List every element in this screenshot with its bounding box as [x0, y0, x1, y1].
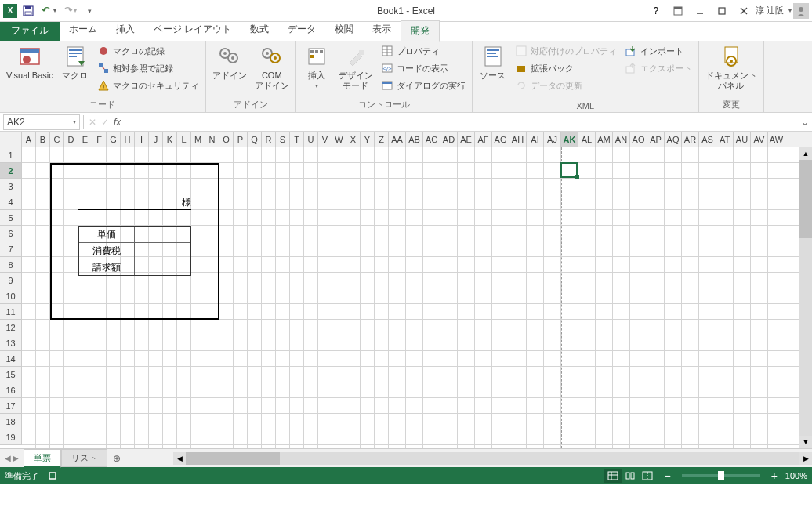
row-header-19[interactable]: 19	[0, 429, 22, 445]
col-header-AR[interactable]: AR	[682, 132, 699, 147]
tab-file[interactable]: ファイル	[0, 21, 60, 41]
col-header-K[interactable]: K	[163, 132, 177, 147]
col-header-AE[interactable]: AE	[458, 132, 475, 147]
col-header-H[interactable]: H	[121, 132, 135, 147]
col-header-AD[interactable]: AD	[440, 132, 458, 147]
col-header-J[interactable]: J	[149, 132, 163, 147]
sheet-tab-tanhy[interactable]: 単票	[24, 449, 61, 468]
import-button[interactable]: インポート	[622, 42, 695, 60]
close-button[interactable]	[734, 3, 754, 19]
design-mode-button[interactable]: デザイン モード	[335, 42, 376, 92]
row-header-10[interactable]: 10	[0, 288, 22, 304]
tab-pagelayout[interactable]: ページ レイアウト	[144, 20, 241, 41]
ribbon-display-options[interactable]	[668, 3, 688, 19]
insert-control-button[interactable]: 挿入 ▾	[299, 42, 334, 91]
record-macro-button[interactable]: マクロの記録	[94, 42, 202, 60]
col-header-I[interactable]: I	[135, 132, 149, 147]
relative-references-button[interactable]: 相対参照で記録	[94, 60, 202, 77]
col-header-R[interactable]: R	[262, 132, 276, 147]
formula-input[interactable]	[125, 114, 798, 130]
col-header-Z[interactable]: Z	[375, 132, 389, 147]
row-header-16[interactable]: 16	[0, 382, 22, 398]
row-header-12[interactable]: 12	[0, 320, 22, 335]
zoom-in-button[interactable]: +	[770, 469, 779, 482]
fx-icon[interactable]: fx	[114, 117, 121, 128]
col-header-AU[interactable]: AU	[734, 132, 751, 147]
row-header-13[interactable]: 13	[0, 335, 22, 351]
tab-insert[interactable]: 挿入	[107, 20, 144, 41]
col-header-AM[interactable]: AM	[596, 132, 613, 147]
sheet-tab-list[interactable]: リスト	[61, 449, 107, 467]
row-header-4[interactable]: 4	[0, 194, 22, 210]
col-header-AA[interactable]: AA	[389, 132, 406, 147]
qat-customize[interactable]: ▾	[80, 2, 99, 20]
row-header-8[interactable]: 8	[0, 257, 22, 273]
col-header-AV[interactable]: AV	[751, 132, 768, 147]
tab-data[interactable]: データ	[278, 20, 325, 41]
tab-review[interactable]: 校閲	[325, 20, 363, 41]
col-header-O[interactable]: O	[219, 132, 234, 147]
document-panel-button[interactable]: ドキュメント パネル	[702, 42, 760, 92]
col-header-W[interactable]: W	[332, 132, 346, 147]
col-header-AN[interactable]: AN	[613, 132, 630, 147]
properties-button[interactable]: プロパティ	[378, 42, 469, 60]
scroll-right-button[interactable]: ▶	[799, 452, 812, 465]
scroll-left-button[interactable]: ◀	[173, 452, 186, 465]
row-header-14[interactable]: 14	[0, 351, 22, 367]
col-header-AH[interactable]: AH	[509, 132, 527, 147]
normal-view-button[interactable]	[604, 469, 622, 483]
vertical-scrollbar[interactable]: ▲ ▼	[799, 147, 812, 448]
col-header-T[interactable]: T	[290, 132, 304, 147]
col-header-AK[interactable]: AK	[561, 132, 578, 147]
col-header-AS[interactable]: AS	[699, 132, 716, 147]
row-header-18[interactable]: 18	[0, 414, 22, 429]
zoom-slider[interactable]	[682, 474, 760, 477]
visual-basic-button[interactable]: Visual Basic	[3, 42, 56, 82]
col-header-V[interactable]: V	[318, 132, 332, 147]
col-header-AB[interactable]: AB	[406, 132, 423, 147]
refresh-data-button[interactable]: データの更新	[512, 77, 620, 94]
row-header-5[interactable]: 5	[0, 210, 22, 226]
col-header-D[interactable]: D	[64, 132, 78, 147]
col-header-AJ[interactable]: AJ	[544, 132, 561, 147]
name-box[interactable]: AK2 ▾	[3, 114, 80, 130]
formula-expand-button[interactable]: ⌄	[798, 117, 812, 128]
row-header-2[interactable]: 2	[0, 163, 22, 179]
save-button[interactable]	[19, 2, 38, 20]
page-break-view-button[interactable]	[639, 469, 656, 483]
macro-security-button[interactable]: !マクロのセキュリティ	[94, 77, 202, 94]
horizontal-scrollbar[interactable]: ◀ ▶	[173, 452, 812, 465]
source-button[interactable]: ソース	[476, 42, 510, 82]
macro-record-status-icon[interactable]	[47, 470, 58, 481]
help-button[interactable]: ?	[646, 3, 666, 19]
col-header-AG[interactable]: AG	[492, 132, 509, 147]
col-header-S[interactable]: S	[276, 132, 290, 147]
scroll-down-button[interactable]: ▼	[799, 436, 812, 448]
row-header-7[interactable]: 7	[0, 241, 22, 257]
col-header-E[interactable]: E	[78, 132, 92, 147]
map-properties-button[interactable]: 対応付けのプロパティ	[512, 42, 620, 60]
col-header-X[interactable]: X	[346, 132, 361, 147]
col-header-AP[interactable]: AP	[647, 132, 665, 147]
col-header-AC[interactable]: AC	[423, 132, 440, 147]
select-all-corner[interactable]	[0, 132, 22, 147]
col-header-B[interactable]: B	[36, 132, 50, 147]
addins-button[interactable]: アドイン	[209, 42, 250, 82]
col-header-AI[interactable]: AI	[527, 132, 544, 147]
col-header-AO[interactable]: AO	[630, 132, 647, 147]
redo-button[interactable]: ▾	[60, 2, 78, 20]
expansion-packs-button[interactable]: 拡張パック	[512, 60, 620, 77]
col-header-C[interactable]: C	[50, 132, 64, 147]
row-header-3[interactable]: 3	[0, 179, 22, 194]
minimize-button[interactable]	[690, 3, 710, 19]
zoom-out-button[interactable]: −	[662, 469, 672, 482]
col-header-U[interactable]: U	[304, 132, 318, 147]
zoom-level[interactable]: 100%	[785, 471, 807, 480]
tab-view[interactable]: 表示	[363, 20, 401, 41]
add-sheet-button[interactable]: ⊕	[107, 453, 126, 464]
view-code-button[interactable]: </>コードの表示	[378, 60, 469, 77]
sheet-nav[interactable]: ◀▶	[0, 454, 24, 462]
col-header-AF[interactable]: AF	[475, 132, 492, 147]
row-header-15[interactable]: 15	[0, 367, 22, 382]
col-header-Y[interactable]: Y	[361, 132, 375, 147]
